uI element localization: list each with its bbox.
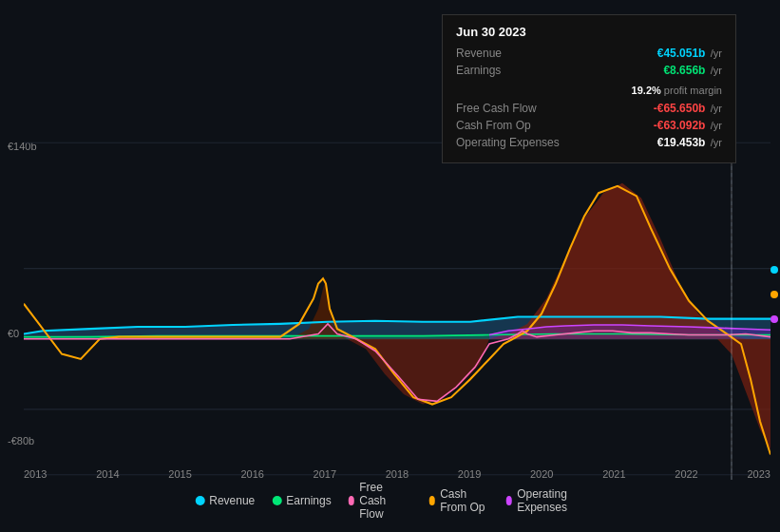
tooltip-label-earnings: Earnings	[456, 64, 501, 77]
y-label-0: €0	[8, 328, 19, 339]
x-label-2016: 2016	[240, 468, 263, 480]
legend-dot-cashfromop	[429, 496, 436, 505]
tooltip-box: Jun 30 2023 Revenue €45.051b /yr Earning…	[442, 14, 736, 163]
legend-item-cashfromop: Cash From Op	[429, 487, 489, 514]
tooltip-row-opex: Operating Expenses €19.453b /yr	[456, 136, 722, 149]
tooltip-value-earnings: €8.656b	[663, 64, 705, 77]
tooltip-value-cashfromop: -€63.092b	[654, 119, 706, 132]
profit-margin: 19.2% profit margin	[632, 85, 722, 96]
tooltip-value-fcf: -€65.650b	[654, 102, 706, 115]
tooltip-value-opex: €19.453b	[657, 136, 706, 149]
legend-label-fcf: Free Cash Flow	[359, 481, 411, 521]
cash-dip-fill	[347, 339, 489, 405]
tooltip-label-fcf: Free Cash Flow	[456, 102, 537, 115]
tooltip-label-revenue: Revenue	[456, 47, 502, 60]
tooltip-value-revenue: €45.051b	[657, 47, 706, 60]
legend-dot-revenue	[195, 496, 204, 505]
tooltip-label-opex: Operating Expenses	[456, 136, 560, 149]
right-dots	[770, 266, 778, 323]
x-axis-labels: 2013 2014 2015 2016 2017 2018 2019 2020 …	[24, 468, 770, 480]
x-label-2019: 2019	[458, 468, 481, 480]
x-label-2013: 2013	[24, 468, 47, 480]
chart-svg	[24, 138, 770, 480]
x-label-2017: 2017	[314, 468, 336, 480]
legend-item-fcf: Free Cash Flow	[349, 481, 412, 521]
revenue-dot-right	[770, 266, 778, 274]
x-label-2023: 2023	[747, 468, 770, 480]
x-label-2014: 2014	[96, 468, 119, 480]
x-label-2021: 2021	[602, 468, 625, 480]
x-label-2022: 2022	[675, 468, 697, 480]
tooltip-row-fcf: Free Cash Flow -€65.650b /yr	[456, 102, 722, 115]
legend-label-earnings: Earnings	[286, 494, 331, 507]
legend-dot-opex	[506, 496, 513, 505]
x-label-2015: 2015	[168, 468, 191, 480]
tooltip-suffix-opex: /yr	[711, 137, 722, 148]
legend-dot-earnings	[272, 496, 281, 505]
x-label-2020: 2020	[530, 468, 553, 480]
chart-area	[24, 138, 770, 480]
legend-label-opex: Operating Expenses	[517, 487, 585, 514]
x-label-2018: 2018	[386, 468, 409, 480]
tooltip-row-earnings: Earnings €8.656b /yr	[456, 64, 722, 77]
chart-container: Jun 30 2023 Revenue €45.051b /yr Earning…	[0, 0, 780, 532]
legend-item-revenue: Revenue	[195, 494, 255, 507]
legend-label-revenue: Revenue	[209, 494, 255, 507]
opex-dot-right	[770, 315, 778, 323]
legend-dot-fcf	[349, 496, 355, 505]
legend-item-opex: Operating Expenses	[506, 487, 585, 514]
legend-label-cashfromop: Cash From Op	[440, 487, 488, 514]
tooltip-row-cashfromop: Cash From Op -€63.092b /yr	[456, 119, 722, 132]
tooltip-title: Jun 30 2023	[456, 25, 722, 39]
cashfromop-dot-right	[770, 291, 778, 298]
tooltip-suffix-fcf: /yr	[711, 103, 722, 114]
legend-item-earnings: Earnings	[272, 494, 331, 507]
tooltip-suffix-cashfromop: /yr	[711, 120, 722, 131]
tooltip-label-cashfromop: Cash From Op	[456, 119, 531, 132]
tooltip-row-revenue: Revenue €45.051b /yr	[456, 47, 722, 60]
tooltip-suffix-earnings: /yr	[711, 65, 722, 76]
legend: Revenue Earnings Free Cash Flow Cash Fro…	[195, 481, 585, 521]
cash-peak-fill	[489, 183, 770, 339]
tooltip-suffix-revenue: /yr	[711, 48, 722, 59]
